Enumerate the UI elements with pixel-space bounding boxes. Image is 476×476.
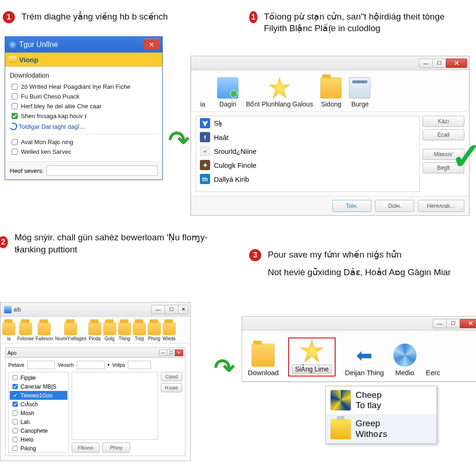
toolbar-item[interactable]: Medio xyxy=(393,344,416,377)
step1-right-badge: 1 xyxy=(249,11,258,23)
toolbar-item[interactable]: ⬅ Deijan Thing xyxy=(345,344,384,377)
checkmark-icon: ✓ xyxy=(451,135,476,178)
app-icon: ⮟ xyxy=(200,118,210,128)
list-item[interactable]: thDallyá Kirib xyxy=(196,172,419,186)
toolbar-item[interactable]: Bốnt Plunhlang Galous xyxy=(246,77,313,108)
window-titlebar[interactable]: — ☐ ✕ xyxy=(191,56,469,70)
minimize-button[interactable]: — xyxy=(159,350,167,356)
step1-left-text: Trém diaghe yẳng viềng hb b scếnch xyxy=(21,11,168,22)
checkbox[interactable] xyxy=(12,93,18,99)
checkbox[interactable] xyxy=(12,84,18,90)
checkbox[interactable] xyxy=(12,149,18,155)
check-item[interactable]: Herf.bley fie del aliie Che caar xyxy=(10,101,158,111)
close-button[interactable]: ✕ xyxy=(175,350,183,356)
dropdown-menu[interactable]: CheepTo tlay GreepWithoɾs xyxy=(325,386,437,444)
tree-node[interactable]: Hıelo xyxy=(10,435,67,444)
filter-input[interactable] xyxy=(77,361,105,369)
tree-node[interactable]: Fipple xyxy=(10,373,67,382)
cancel-button[interactable]: Doін. xyxy=(375,200,414,212)
check-item[interactable]: Welled ken Sarvec xyxy=(10,147,158,157)
list-item[interactable]: ✦Culogk Finole xyxy=(196,158,419,172)
toolbar-item[interactable]: Foloose xyxy=(17,322,34,341)
maximize-button[interactable]: ☐ xyxy=(432,59,446,68)
check-item[interactable]: Fu Buiri Chesò Puack xyxy=(10,92,158,101)
menu-item[interactable]: CheepTo tlay xyxy=(326,386,436,415)
checkbox[interactable] xyxy=(13,437,18,442)
toolbar: Download SiẢng Lime ⬅ Deijan Thing Medio… xyxy=(242,331,476,382)
folder-icon xyxy=(133,322,146,335)
toolbar-item[interactable]: Wieds xyxy=(163,322,176,341)
checkbox[interactable] xyxy=(13,410,18,416)
filter-input[interactable] xyxy=(128,361,151,369)
checkbox[interactable] xyxy=(13,384,18,389)
usb-icon xyxy=(331,419,351,439)
preview-pane xyxy=(72,372,158,440)
maximize-button[interactable]: ☐ xyxy=(165,305,178,314)
check-item[interactable]: Aval Mon Rajo ning xyxy=(10,137,158,147)
toolbar-item[interactable]: Thing xyxy=(118,322,131,341)
side-button[interactable]: H:ювe xyxy=(161,383,182,392)
side-button[interactable]: Cıрod xyxy=(161,372,182,381)
browse-button[interactable]: Hereʌrak… xyxy=(418,200,464,212)
minimize-button[interactable]: — xyxy=(433,319,447,328)
check-item[interactable]: 2ô Wrtted Hear Poagdiant Iƞe Ran Fiche xyxy=(10,82,158,92)
minimize-button[interactable]: — xyxy=(419,59,433,68)
checkbox[interactable] xyxy=(13,446,18,451)
ok-button[interactable]: Toін. xyxy=(332,200,371,212)
field-label: Veosrh xyxy=(58,362,73,368)
list-item[interactable]: •Srourld¿Niine xyxy=(196,144,419,158)
action-button[interactable]: Phiоy xyxy=(102,443,130,453)
checkbox[interactable] xyxy=(13,428,18,433)
tree-node[interactable]: Cáneзar MB|S xyxy=(10,382,67,391)
toolbar-item[interactable]: Faileson xyxy=(36,322,53,341)
toolbar-item[interactable]: Tnig xyxy=(133,322,146,341)
maximize-button[interactable]: ☐ xyxy=(167,350,175,356)
toolbar-item[interactable]: Sidong xyxy=(320,77,342,108)
tree-node[interactable]: Pıking xyxy=(10,444,67,453)
restore-link[interactable]: Toldlgar Dat taght dagȋ… xyxy=(10,121,158,131)
close-button[interactable]: ✕ xyxy=(178,305,188,314)
checkbox[interactable] xyxy=(12,139,18,145)
filter-input[interactable] xyxy=(27,361,55,369)
toolbar-item[interactable]: ia xyxy=(196,100,210,108)
checkbox[interactable] xyxy=(13,393,18,398)
window-titlebar[interactable]: aib — ☐ ✕ xyxy=(0,303,190,317)
toolbar-item-selected[interactable]: SiẢng Lime xyxy=(288,337,336,377)
tree-node[interactable]: Canophete xyxy=(10,426,67,435)
close-button[interactable]: ✕ xyxy=(446,59,467,68)
toolbar-item[interactable]: Golg xyxy=(103,322,116,341)
app-list[interactable]: ⮟Slɟ fHaât •Srourld¿Niine ✦Culogk Finole… xyxy=(196,116,420,192)
checkbox[interactable] xyxy=(13,419,18,424)
tree-node[interactable]: Mosh xyxy=(10,409,67,417)
toolbar-item[interactable]: Phıng xyxy=(148,322,161,341)
toolbar-item[interactable]: Dagin xyxy=(217,77,238,108)
checkbox[interactable] xyxy=(12,103,18,109)
toolbar-item[interactable]: Pioda xyxy=(88,322,101,341)
menu-item[interactable]: GreepWithoɾs xyxy=(326,415,436,443)
action-button[interactable]: Fibonо xyxy=(72,443,99,453)
toolbar-item-download[interactable]: Download xyxy=(248,344,279,377)
tree-node[interactable]: Cıƛsch xyxy=(10,400,67,409)
toolbar-item[interactable]: Burge xyxy=(349,77,370,108)
toolbar-item[interactable]: NıumiYıellages xyxy=(55,322,86,341)
list-item[interactable]: ⮟Slɟ xyxy=(196,116,419,130)
tree-list[interactable]: FippleCáneзar MB|STiewwo1GosCıƛschMoshLa… xyxy=(8,372,69,453)
minimize-button[interactable]: — xyxy=(151,305,165,314)
list-item[interactable]: fHaât xyxy=(196,130,419,144)
checkbox[interactable] xyxy=(13,402,18,407)
dialog-titlebar[interactable]: Tgur Unlĩne ✕ xyxy=(5,37,162,53)
window-titlebar[interactable]: — ☐ ✕ xyxy=(242,317,476,331)
footer-input[interactable] xyxy=(46,165,158,176)
app-icon: th xyxy=(200,174,210,184)
close-button[interactable]: ✕ xyxy=(144,39,159,50)
check-item[interactable]: Shen fnısaga kap houv ᵮ xyxy=(10,111,158,121)
checkbox[interactable] xyxy=(12,113,18,119)
maximize-button[interactable]: ☐ xyxy=(446,319,460,328)
toolbar-item[interactable]: ia xyxy=(2,322,15,341)
close-button[interactable]: ✕ xyxy=(460,319,476,328)
tree-node[interactable]: Tiewwo1Gos xyxy=(10,391,67,400)
toolbar-item[interactable]: Eerc xyxy=(426,344,440,377)
tree-node[interactable]: Latı xyxy=(10,417,67,426)
checkbox[interactable] xyxy=(13,375,18,380)
side-button[interactable]: Kàzı xyxy=(423,116,464,127)
